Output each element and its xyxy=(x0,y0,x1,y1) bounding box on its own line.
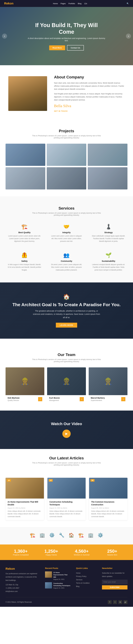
articles-section: Our Latest Articles This is Photoshop's … xyxy=(0,449,133,527)
footer-about-col: Rekon Our professional contractors are r… xyxy=(5,567,39,593)
hero-prev-arrow[interactable]: ‹ xyxy=(2,34,7,38)
project-item-1[interactable] xyxy=(5,144,45,166)
banner-learn-more-button[interactable]: LEARN MORE xyxy=(56,323,77,328)
team-member-role: Management xyxy=(49,400,59,402)
stat-label: Happy Clients xyxy=(36,554,66,556)
hero-next-arrow[interactable]: › xyxy=(126,34,131,38)
article-meta: August 08, 2021 by Admin xyxy=(91,507,125,509)
footer-phone: +1 (555) 123-4567 xyxy=(5,586,39,590)
article-card[interactable]: 08 The Common Insurances Construction Au… xyxy=(89,478,128,520)
social-linkedin-icon[interactable]: in xyxy=(118,600,122,604)
footer-newsletter-text: Subscribe to our newsletter for latest u… xyxy=(102,572,128,578)
team-photo-1: 👷 xyxy=(5,368,44,395)
service-desc: Lorem sed Lorem Lorem ullum in aliquam e… xyxy=(50,235,83,243)
about-para1: Nam diam ante, duis diam duis sollicitud… xyxy=(54,82,125,91)
article-card[interactable]: 14 Construction Scheduling Techniques Au… xyxy=(47,478,86,520)
service-card: ♟️ Strategy Diam sollicitudin volutpat l… xyxy=(90,221,128,246)
team-header: Our Team This is Photoshop's version of … xyxy=(5,346,128,364)
project-item-3[interactable] xyxy=(88,144,128,166)
about-details-link[interactable]: GET IN TOUCH xyxy=(54,110,125,112)
footer-link-blog[interactable]: Blog xyxy=(76,585,96,588)
footer: Rekon Our professional contractors are r… xyxy=(0,560,133,607)
service-card: 👥 Community Sit amet Lorem Lorem Lorem a… xyxy=(47,250,85,274)
article-badge: 08 xyxy=(91,479,94,482)
team-profile-button[interactable]: + xyxy=(38,397,42,401)
icons-row: 🏗️🏢⚙️🔧🏠🏗️🏢⚙️ xyxy=(0,527,133,544)
team-profile-button[interactable]: + xyxy=(80,397,84,401)
stat-label: Projects Completed xyxy=(5,554,36,556)
team-card: 👷 Kurt Boone Management + xyxy=(47,368,86,404)
hero-description: A short description about and template a… xyxy=(28,37,105,42)
service-title: Best Quality xyxy=(8,231,41,234)
project-item-2[interactable] xyxy=(47,144,86,166)
stat-label: Workers in Summer xyxy=(66,554,97,556)
service-card: 🦺 Safety In felis augue in felis tristiq… xyxy=(5,250,43,274)
article-title: 21 Home Improvements That Will Double xyxy=(8,501,42,506)
team-photo-2: 👷 xyxy=(47,368,86,395)
icon-item-7: 🏢 xyxy=(88,532,94,539)
article-image-2: 14 xyxy=(47,478,86,498)
navbar: Rekon Home Pages Portfolio Blog 12s 🔍 xyxy=(0,0,133,7)
nav-portfolio[interactable]: Portfolio xyxy=(68,2,75,4)
footer-link-services[interactable]: Services xyxy=(76,578,96,582)
footer-email: info@rekon.com xyxy=(5,590,39,593)
stat-number: 1,360+ xyxy=(5,549,36,554)
footer-logo[interactable]: Rekon xyxy=(5,567,39,570)
nav-pages[interactable]: Pages xyxy=(61,2,66,4)
team-info-text: Kurt Boone Management xyxy=(49,397,60,402)
footer-newsletter-col: Newsletter Subscribe to our newsletter f… xyxy=(102,567,128,593)
stat-number: 250+ xyxy=(97,549,128,554)
icon-item-3: ⚙️ xyxy=(49,532,55,539)
nav-blog[interactable]: Blog xyxy=(78,2,81,4)
social-facebook-icon[interactable]: f xyxy=(108,600,112,604)
newsletter-subscribe-button[interactable]: SUBSCRIBE xyxy=(102,585,128,590)
service-icon: 🤝 xyxy=(50,224,83,230)
footer-about-text: Our professional contractors are registe… xyxy=(5,572,39,582)
footer-address: 123 Main St, City xyxy=(5,583,39,586)
icon-glyph: 🏗️ xyxy=(78,532,84,538)
team-grid: 👷 Deb Marlowe Quality Director + 👷 Kurt … xyxy=(5,368,128,404)
service-desc: Leberest volutpat blandit aliquam gravid… xyxy=(92,263,125,271)
team-info-text: Marcel Barbery Superintendent xyxy=(91,397,105,402)
articles-title: Our Latest Articles xyxy=(3,456,130,460)
article-card[interactable]: 24 21 Home Improvements That Will Double… xyxy=(5,478,44,520)
team-info-text: Deb Marlowe Quality Director xyxy=(8,397,19,402)
banner-title: The Architect Goal Is To Create A Paradi… xyxy=(5,302,128,307)
stat-number: 1,250+ xyxy=(36,549,66,554)
newsletter-email-input[interactable] xyxy=(102,580,128,584)
service-icon: 🌱 xyxy=(92,252,125,258)
hero-primary-button[interactable]: Read More xyxy=(49,46,65,50)
icon-item-6: 🏗️ xyxy=(78,532,84,539)
service-icon: 🦺 xyxy=(8,252,41,258)
team-profile-button[interactable]: + xyxy=(121,397,125,401)
projects-grid xyxy=(5,144,128,190)
social-icons: f t in g+ xyxy=(108,600,128,604)
video-title: Watch Our Video xyxy=(5,422,128,426)
about-signature: Bella Silva xyxy=(54,104,125,108)
nav-extra[interactable]: 12s xyxy=(84,2,87,4)
nav-home[interactable]: Home xyxy=(53,2,58,4)
footer-grid: Rekon Our professional contractors are r… xyxy=(5,567,128,593)
site-logo[interactable]: Rekon xyxy=(4,2,13,5)
services-subtitle: This is Photoshop's version of Lorem ips… xyxy=(32,212,101,216)
social-googleplus-icon[interactable]: g+ xyxy=(124,600,128,604)
articles-subtitle: This is Photoshop's version of Lorem ips… xyxy=(32,462,101,466)
service-title: Community xyxy=(50,260,83,262)
icon-item-8: ⚙️ xyxy=(98,532,103,539)
hero-secondary-button[interactable]: Contact Us xyxy=(67,45,84,50)
services-header: Services This is Photoshop's version of … xyxy=(5,199,128,218)
about-title: About Company xyxy=(54,75,125,80)
stat-item-2: 1,250+ Happy Clients xyxy=(36,549,66,556)
search-icon[interactable]: 🔍 xyxy=(127,2,129,4)
footer-link-home[interactable]: Home xyxy=(76,572,96,575)
project-item-5[interactable] xyxy=(47,167,86,190)
social-twitter-icon[interactable]: t xyxy=(113,600,117,604)
footer-link-privacy[interactable]: Privacy Policy xyxy=(76,575,96,578)
footer-post-item-1: 21 Home Improvements That Will August 24… xyxy=(45,572,71,580)
footer-link-terms[interactable]: Terms & Condition xyxy=(76,582,96,585)
play-button[interactable]: ▶ xyxy=(62,430,71,438)
project-item-6[interactable] xyxy=(88,167,128,190)
team-section: Our Team This is Photoshop's version of … xyxy=(0,339,133,410)
project-item-4[interactable] xyxy=(5,167,45,190)
service-title: Safety xyxy=(8,260,41,262)
